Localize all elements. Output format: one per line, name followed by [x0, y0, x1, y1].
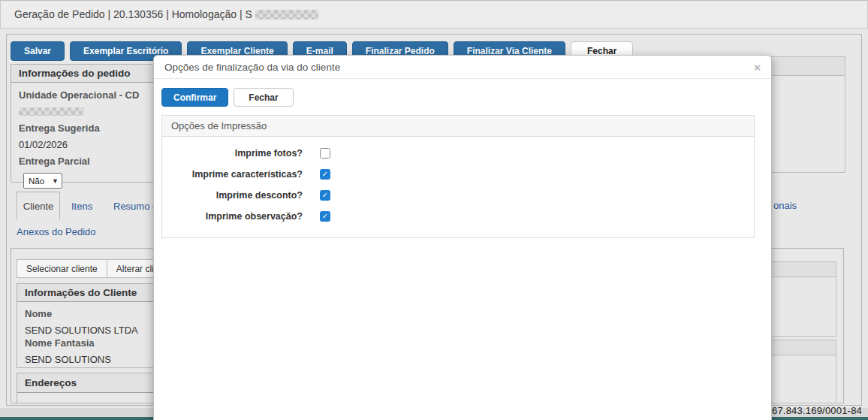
modal-close-button[interactable]: Fechar	[234, 88, 293, 107]
addresses-title: Endereços	[25, 377, 77, 388]
print-option-checkbox[interactable]: ✓	[320, 190, 330, 201]
print-option-row: Imprime características?✓	[162, 164, 754, 185]
print-option-row: Imprime fotos?	[162, 143, 754, 164]
app-header: Geração de Pedido | 20.130356 | Homologa…	[0, 0, 868, 29]
print-option-label: Imprime observação?	[162, 211, 303, 222]
order-info-title: Informações do pedido	[19, 68, 131, 79]
tab-cliente[interactable]: Cliente	[17, 192, 60, 219]
print-options-title: Opções de Impressão	[171, 120, 267, 131]
tab-cliente-label: Cliente	[23, 201, 53, 212]
tab-resumo[interactable]: Resumo d	[113, 201, 158, 212]
client-copy-finalization-modal: Opções de finalização da via do cliente …	[153, 55, 772, 420]
tab-itens[interactable]: Itens	[71, 201, 92, 212]
order-attachments-link[interactable]: Anexos do Pedido	[17, 226, 96, 237]
print-option-label: Imprime fotos?	[162, 148, 303, 159]
print-option-label: Imprime desconto?	[162, 190, 303, 201]
print-option-checkbox[interactable]	[320, 148, 330, 159]
print-option-label: Imprime características?	[162, 169, 303, 180]
print-option-checkbox[interactable]: ✓	[320, 211, 330, 222]
close-icon[interactable]: ×	[754, 62, 761, 73]
cnpj-text: J 67.843.169/0001-84	[764, 405, 863, 416]
save-button[interactable]: Salvar	[11, 41, 65, 61]
modal-titlebar: Opções de finalização da via do cliente …	[154, 56, 771, 79]
print-options-fieldset: Opções de Impressão Imprime fotos?Imprim…	[161, 115, 755, 238]
print-option-row: Imprime desconto?✓	[162, 185, 754, 206]
modal-button-row: Confirmar Fechar	[161, 88, 764, 107]
chevron-down-icon: ▼	[52, 177, 59, 185]
confirm-button[interactable]: Confirmar	[161, 88, 228, 107]
partial-delivery-selected-value: Não	[29, 177, 44, 186]
print-options-header: Opções de Impressão	[162, 116, 754, 137]
print-options-list: Imprime fotos?Imprime características?✓I…	[162, 137, 754, 237]
tab-fragment-right[interactable]: onais	[773, 200, 797, 211]
redacted-unit-value	[19, 107, 83, 116]
select-client-button[interactable]: Selecionar cliente	[17, 259, 107, 278]
redacted-title-text	[255, 10, 318, 20]
page-title: Geração de Pedido | 20.130356 | Homologa…	[14, 8, 252, 20]
client-info-title: Informações do Cliente	[25, 287, 137, 298]
modal-title: Opções de finalização da via do cliente	[164, 62, 340, 73]
print-option-checkbox[interactable]: ✓	[320, 169, 330, 180]
partial-delivery-select[interactable]: Não ▼	[23, 173, 62, 189]
modal-body: Confirmar Fechar Opções de Impressão Imp…	[154, 79, 771, 247]
print-option-row: Imprime observação?✓	[162, 206, 754, 227]
